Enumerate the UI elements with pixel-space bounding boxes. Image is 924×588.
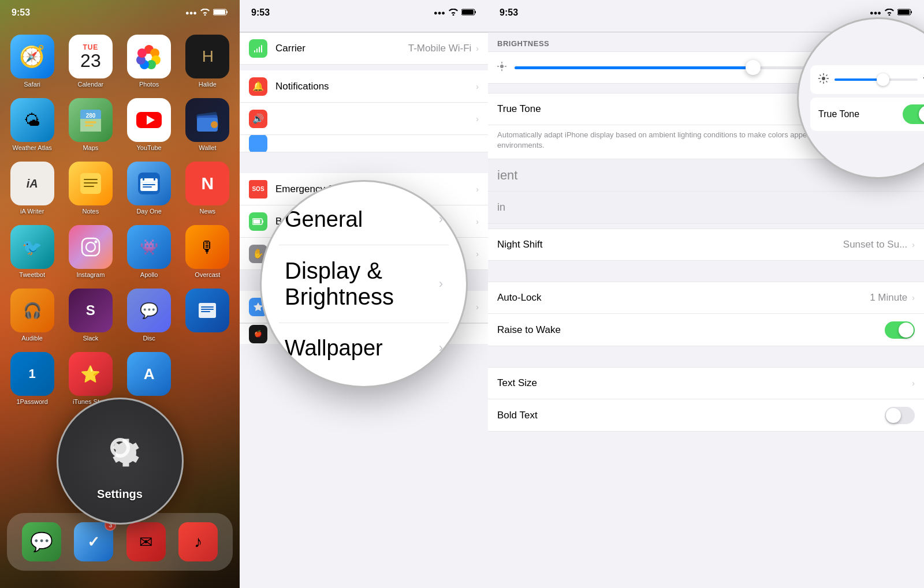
ambient-row2: in bbox=[488, 192, 924, 224]
app-discord[interactable]: 💬 Disc bbox=[123, 289, 176, 342]
svg-rect-42 bbox=[462, 10, 474, 14]
weather-atlas-icon: 🌤 bbox=[10, 98, 54, 142]
app-tweetbot[interactable]: 🐦 Tweetbot bbox=[6, 225, 58, 278]
slack-label: Slack bbox=[83, 335, 98, 342]
itunes-appstore-chevron: › bbox=[476, 302, 479, 312]
app-slack[interactable]: S Slack bbox=[64, 289, 117, 342]
ambient-partial-text: ient bbox=[497, 168, 517, 183]
raise-to-wake-toggle[interactable] bbox=[885, 321, 915, 339]
app-overcast[interactable]: 🎙 Overcast bbox=[181, 225, 234, 278]
app-readkit[interactable] bbox=[181, 289, 234, 342]
app-news[interactable]: N News bbox=[181, 162, 234, 215]
maps-label: Maps bbox=[83, 144, 98, 151]
magnify-wallpaper-label: Wallpaper bbox=[285, 336, 383, 361]
app-audible[interactable]: 🎧 Audible bbox=[6, 289, 58, 342]
app-1password[interactable]: 1 1Password bbox=[6, 352, 58, 405]
dock-messages[interactable]: 💬 bbox=[22, 522, 61, 561]
ia-writer-icon: iA bbox=[10, 162, 54, 205]
settings-magnify-circle: General › Display & Brightness › Wallpap… bbox=[260, 180, 468, 388]
spacer-text bbox=[488, 346, 924, 367]
app-weather-atlas[interactable]: 🌤 Weather Atlas bbox=[6, 98, 58, 151]
settings-row-carrier[interactable]: Carrier T-Mobile Wi-Fi › bbox=[240, 32, 488, 65]
settings-row-sounds[interactable]: 🔊 › bbox=[240, 103, 488, 135]
settings-row-notifications[interactable]: 🔔 Notifications › bbox=[240, 70, 488, 103]
svg-rect-32 bbox=[143, 186, 152, 188]
magnify-display-label: Display & Brightness bbox=[285, 258, 439, 310]
dock-todoist[interactable]: ✓ 3 bbox=[74, 522, 113, 561]
brightness-fill bbox=[515, 66, 761, 69]
svg-point-67 bbox=[822, 77, 825, 80]
carrier-label: Carrier bbox=[275, 43, 408, 54]
svg-rect-38 bbox=[201, 309, 214, 310]
magnify-item-wallpaper[interactable]: Wallpaper › bbox=[279, 323, 449, 373]
wallpaper-chevron-icon: › bbox=[439, 340, 443, 355]
photos-icon bbox=[127, 35, 171, 78]
display-panel: 9:53 ●●● ‹ Settings Display & Brightness… bbox=[488, 0, 924, 588]
app-ia-writer[interactable]: iA iA Writer bbox=[6, 162, 58, 215]
app-day-one[interactable]: Day One bbox=[123, 162, 176, 215]
app-safari[interactable]: 🧭 Safari bbox=[6, 35, 58, 88]
settings-circle-label: Settings bbox=[97, 488, 143, 501]
svg-line-72 bbox=[820, 74, 821, 76]
carrier-icon bbox=[249, 39, 267, 58]
magnify-item-display-brightness[interactable]: Display & Brightness › bbox=[279, 245, 449, 323]
battery-row-icon bbox=[249, 212, 267, 231]
app-partial1[interactable]: A bbox=[123, 352, 176, 405]
apollo-icon: 👾 bbox=[127, 225, 171, 269]
dock-spark[interactable]: ✉ bbox=[126, 522, 166, 561]
magnify-item-general[interactable]: General › bbox=[279, 194, 449, 245]
phone-status-bar: 9:53 ●●● bbox=[0, 0, 240, 25]
settings-row-partial[interactable] bbox=[240, 135, 488, 152]
ia-writer-label: iA Writer bbox=[20, 208, 44, 215]
app-halide[interactable]: H Halide bbox=[181, 35, 234, 88]
app-itunes-store[interactable]: ⭐ iTunes Store bbox=[64, 352, 117, 405]
dock-music[interactable]: ♪ bbox=[178, 522, 218, 561]
display-wifi-icon bbox=[885, 9, 894, 17]
tweetbot-icon: 🐦 bbox=[10, 225, 54, 269]
raise-to-wake-row[interactable]: Raise to Wake bbox=[488, 314, 924, 346]
audible-label: Audible bbox=[21, 335, 43, 342]
phone-time: 9:53 bbox=[12, 8, 30, 18]
privacy-chevron: › bbox=[476, 249, 479, 259]
svg-rect-48 bbox=[262, 220, 263, 223]
app-notes[interactable]: Notes bbox=[64, 162, 117, 215]
app-apollo[interactable]: 👾 Apollo bbox=[123, 225, 176, 278]
app-youtube[interactable]: YouTube bbox=[123, 98, 176, 151]
dm-toggle-label: True Tone bbox=[818, 109, 903, 119]
slack-icon: S bbox=[69, 289, 113, 332]
svg-rect-45 bbox=[259, 47, 260, 53]
battery-icon bbox=[213, 9, 228, 17]
display-chevron-icon: › bbox=[439, 276, 443, 291]
svg-rect-52 bbox=[898, 10, 910, 14]
display-signal-icon: ●●● bbox=[870, 9, 881, 16]
phone-app-grid: 🧭 Safari TUE 23 Calendar bbox=[6, 35, 234, 405]
dm-toggle-row: True Tone bbox=[810, 98, 924, 131]
bold-text-toggle[interactable] bbox=[885, 407, 915, 424]
settings-time: 9:53 bbox=[251, 8, 270, 18]
app-wallet[interactable]: Wallet bbox=[181, 98, 234, 151]
svg-rect-41 bbox=[475, 11, 476, 13]
svg-rect-13 bbox=[85, 121, 96, 123]
news-label: News bbox=[200, 208, 216, 215]
photos-label: Photos bbox=[139, 81, 159, 88]
display-time: 9:53 bbox=[500, 8, 518, 18]
calendar-icon: TUE 23 bbox=[69, 35, 113, 78]
autolock-value: 1 Minute bbox=[870, 292, 907, 304]
bold-text-toggle-thumb bbox=[886, 408, 901, 423]
autolock-row[interactable]: Auto-Lock 1 Minute › bbox=[488, 282, 924, 314]
sounds-chevron: › bbox=[476, 114, 479, 123]
app-maps[interactable]: 280 Maps bbox=[64, 98, 117, 151]
bold-text-row[interactable]: Bold Text bbox=[488, 399, 924, 432]
app-calendar[interactable]: TUE 23 Calendar bbox=[64, 35, 117, 88]
notifications-chevron: › bbox=[476, 82, 479, 91]
spacer1 bbox=[240, 65, 488, 70]
text-size-row[interactable]: Text Size › bbox=[488, 367, 924, 399]
app-photos[interactable]: Photos bbox=[123, 35, 176, 88]
onepassword-label: 1Password bbox=[16, 398, 47, 405]
emergency-sos-icon: SOS bbox=[249, 180, 267, 199]
readkit-icon bbox=[185, 289, 229, 332]
app-instagram[interactable]: Instagram bbox=[64, 225, 117, 278]
night-shift-row[interactable]: Night Shift Sunset to Su... › bbox=[488, 229, 924, 261]
night-shift-value: Sunset to Su... bbox=[843, 239, 908, 250]
svg-rect-14 bbox=[85, 125, 94, 126]
